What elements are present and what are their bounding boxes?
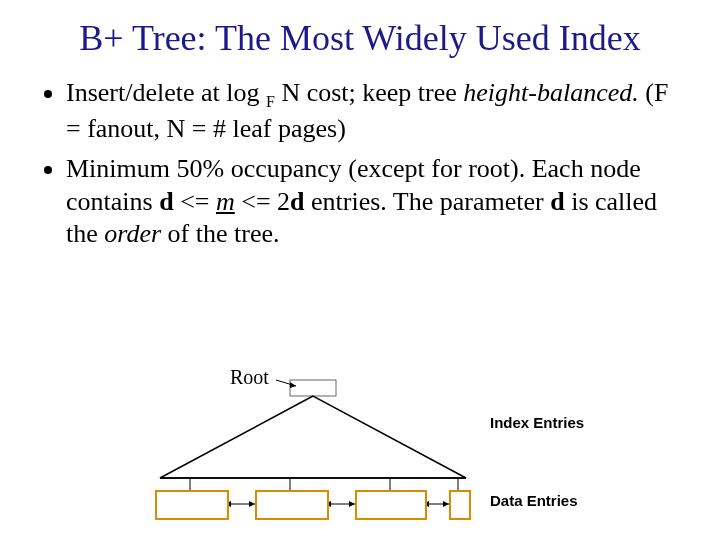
leaf-node xyxy=(355,490,427,520)
bold-text: d xyxy=(290,187,304,216)
leaf-node xyxy=(155,490,229,520)
bold-text: d xyxy=(159,187,173,216)
svg-rect-0 xyxy=(290,380,336,396)
subscript: F xyxy=(266,94,275,111)
italic-text: height-balanced. xyxy=(463,78,638,107)
bullet-item: Insert/delete at log F N cost; keep tree… xyxy=(66,77,680,145)
text: of the tree. xyxy=(161,219,279,248)
text: <= xyxy=(174,187,216,216)
leaf-node xyxy=(255,490,329,520)
text: <= 2 xyxy=(235,187,290,216)
text: N cost; keep tree xyxy=(275,78,463,107)
leaf-node xyxy=(449,490,471,520)
svg-marker-1 xyxy=(160,396,466,478)
slide-title: B+ Tree: The Most Widely Used Index xyxy=(30,18,690,59)
italic-text: order xyxy=(104,219,161,248)
bold-text: d xyxy=(550,187,564,216)
underline-text: m xyxy=(216,187,235,216)
tree-diagram: Root Index Entries Data Entries xyxy=(100,366,620,540)
slide: B+ Tree: The Most Widely Used Index Inse… xyxy=(0,18,720,540)
text: entries. The parameter xyxy=(305,187,551,216)
text: Insert/delete at log xyxy=(66,78,266,107)
bullet-item: Minimum 50% occupancy (except for root).… xyxy=(66,153,680,251)
bullet-list: Insert/delete at log F N cost; keep tree… xyxy=(40,77,680,250)
